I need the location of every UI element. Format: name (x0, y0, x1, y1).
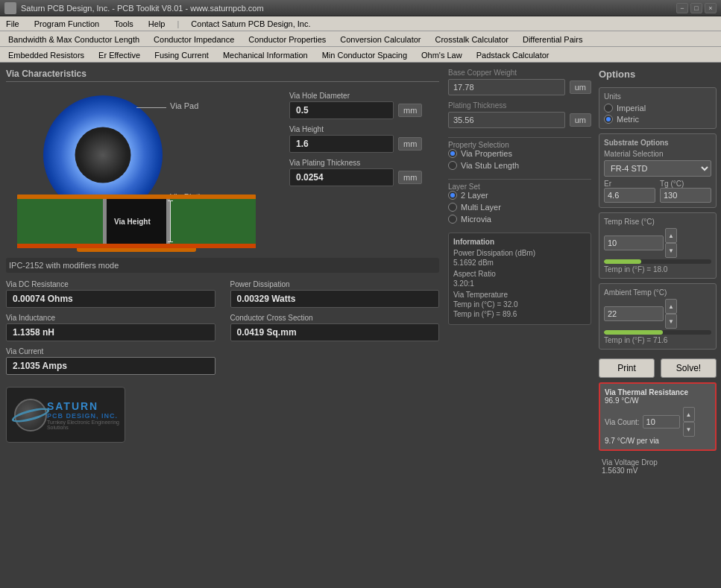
tab-differential-pairs[interactable]: Differential Pairs (516, 33, 590, 46)
radio-via-properties-dot (448, 149, 457, 158)
radio-2-layer-label: 2 Layer (461, 191, 488, 200)
via-voltage-drop-label: Via Voltage Drop (602, 458, 714, 467)
property-via-properties[interactable]: Via Properties (448, 149, 591, 158)
tab-conversion-calculator[interactable]: Conversion Calculator (333, 33, 427, 46)
solve-button[interactable]: Solve! (661, 358, 717, 378)
plating-thickness-unit: um (570, 113, 591, 127)
units-imperial[interactable]: Imperial (604, 104, 711, 113)
layer-set-radio-group: 2 Layer Multi Layer Microvia (448, 191, 591, 224)
info-temp-c: Temp in (°C) = 32.0 (453, 300, 586, 309)
layer-microvia[interactable]: Microvia (448, 215, 591, 224)
ambient-temp-equiv: Temp in (°F) = 71.6 (604, 336, 711, 344)
menu-contact[interactable]: Contact Saturn PCB Design, Inc. (188, 19, 313, 29)
ambient-temp-input[interactable] (604, 306, 664, 321)
copper-weight-input[interactable] (448, 79, 565, 95)
info-via-temp-label: Via Temperature (453, 291, 586, 299)
ambient-temp-progress (604, 330, 711, 335)
via-hole-diameter-label: Via Hole Diameter (289, 92, 422, 100)
via-plating-thickness-group: Via Plating Thickness mm (289, 159, 422, 186)
via-height-label: Via Height (289, 125, 422, 133)
minimize-button[interactable]: − (676, 3, 688, 13)
via-count-input[interactable] (643, 415, 680, 429)
pcb-design-name: PCB DESIGN, INC. (47, 412, 120, 420)
thermal-resistance-value: 96.9 °C/W (605, 396, 711, 405)
nav-container: Bandwidth & Max Conductor Length Conduct… (0, 31, 721, 63)
via-current-label: Via Current (6, 347, 215, 355)
via-per-count: 9.7 °C/W per via (605, 437, 711, 445)
base-copper-weight-label: Base Copper Weight (448, 69, 591, 77)
menu-separator: | (177, 19, 179, 28)
tab-padstack[interactable]: Padstack Calculator (470, 48, 556, 62)
ambient-temp-label: Ambient Temp (°C) (604, 288, 711, 297)
saturn-planet-icon (11, 396, 41, 434)
app-icon (4, 2, 16, 14)
via-hole-diameter-unit: mm (398, 104, 422, 117)
temp-rise-down[interactable]: ▼ (665, 243, 677, 258)
menu-file[interactable]: File (3, 19, 22, 29)
plating-thickness-input[interactable] (448, 112, 565, 128)
substrate-section: Substrate Options Material Selection FR-… (599, 133, 717, 208)
via-height-group: Via Height mm (289, 125, 422, 153)
base-copper-weight-section: Base Copper Weight um (448, 69, 591, 95)
tab-mechanical[interactable]: Mechanical Information (216, 48, 315, 62)
menu-help[interactable]: Help (145, 19, 169, 29)
nav-row-1: Bandwidth & Max Conductor Length Conduct… (0, 31, 721, 47)
middle-panel: Base Copper Weight um Plating Thickness … (445, 63, 594, 588)
via-count-down[interactable]: ▼ (683, 422, 695, 437)
via-plating-thickness-input[interactable] (289, 168, 394, 186)
via-hole-diameter-input[interactable] (289, 101, 394, 119)
tg-label: Tg (°C) (660, 180, 711, 188)
via-height-input[interactable] (289, 135, 394, 153)
radio-multi-layer-dot (448, 203, 457, 212)
via-count-up[interactable]: ▲ (683, 407, 695, 422)
power-dissipation-group: Power Dissipation 0.00329 Watts (230, 280, 440, 308)
er-input[interactable] (604, 188, 655, 203)
material-select[interactable]: FR-4 STD (604, 160, 711, 177)
units-metric[interactable]: Metric (604, 115, 711, 124)
via-voltage-drop-value: 1.5630 mV (602, 467, 714, 475)
saturn-name: SATURN (47, 400, 120, 412)
dc-resistance-value: 0.00074 Ohms (6, 290, 215, 308)
tab-er-effective[interactable]: Er Effective (92, 48, 147, 62)
dc-resistance-label: Via DC Resistance (6, 280, 215, 288)
tab-crosstalk[interactable]: Crosstalk Calculator (429, 33, 515, 46)
property-selection-section: Property Selection Via Properties Via St… (448, 134, 591, 170)
power-dissipation-value: 0.00329 Watts (230, 290, 440, 308)
menu-program-function[interactable]: Program Function (31, 19, 102, 29)
radio-microvia-label: Microvia (461, 215, 491, 224)
maximize-button[interactable]: □ (690, 3, 702, 13)
copper-weight-unit: um (570, 80, 591, 94)
close-button[interactable]: × (705, 3, 717, 13)
property-via-stub[interactable]: Via Stub Length (448, 161, 591, 170)
layer-multi-layer[interactable]: Multi Layer (448, 203, 591, 212)
conductor-cross-section-value: 0.0419 Sq.mm (230, 323, 440, 341)
power-dissipation-label: Power Dissipation (230, 280, 440, 288)
tg-input[interactable] (660, 188, 711, 203)
tg-group: Tg (°C) (660, 180, 711, 203)
tab-conductor-properties[interactable]: Conductor Properties (242, 33, 333, 46)
property-selection-title: Property Selection (448, 137, 591, 149)
ambient-temp-progress-fill (604, 330, 663, 335)
tab-conductor-impedance[interactable]: Conductor Impedance (147, 33, 241, 46)
ambient-temp-up[interactable]: ▲ (665, 299, 677, 314)
ambient-temp-down[interactable]: ▼ (665, 314, 677, 329)
layer-2-layer[interactable]: 2 Layer (448, 191, 591, 200)
tab-ohms-law[interactable]: Ohm's Law (415, 48, 469, 62)
layer-set-title: Layer Set (448, 179, 591, 191)
results-grid: Via DC Resistance 0.00074 Ohms Power Dis… (6, 280, 439, 375)
radio-via-properties-label: Via Properties (461, 149, 512, 158)
temp-rise-input[interactable] (604, 235, 664, 250)
window-title: Saturn PCB Design, Inc. - PCB Toolkit V8… (21, 4, 676, 13)
tab-min-conductor[interactable]: Min Conductor Spacing (315, 48, 414, 62)
conductor-cross-section-group: Conductor Cross Section 0.0419 Sq.mm (230, 314, 440, 341)
tab-bandwidth[interactable]: Bandwidth & Max Conductor Length (1, 33, 146, 46)
radio-microvia-dot (448, 215, 457, 224)
menu-tools[interactable]: Tools (111, 19, 136, 29)
er-group: Er (604, 180, 655, 203)
info-power-dissipation-value: 5.1692 dBm (453, 259, 586, 267)
temp-rise-up[interactable]: ▲ (665, 228, 677, 243)
print-button[interactable]: Print (599, 358, 655, 378)
radio-via-stub-dot (448, 161, 457, 170)
tab-embedded-resistors[interactable]: Embedded Resistors (1, 48, 91, 62)
tab-fusing-current[interactable]: Fusing Current (148, 48, 215, 62)
